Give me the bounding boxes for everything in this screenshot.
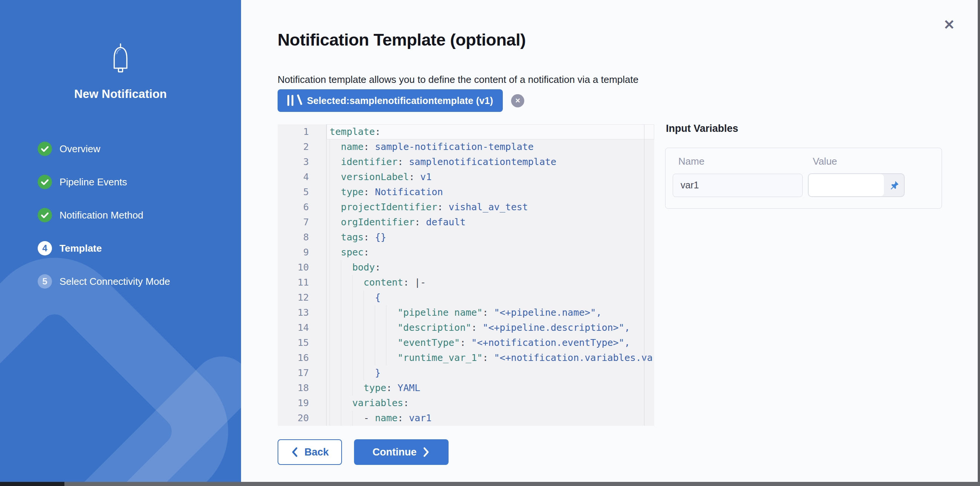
input-variables-card: Name Value	[665, 148, 942, 209]
check-icon	[38, 142, 52, 156]
main-panel: ✕ Notification Template (optional) Notif…	[241, 0, 980, 486]
code-line: 6projectIdentifier: vishal_av_test	[278, 200, 654, 215]
remove-template-button[interactable]: ✕	[511, 94, 524, 107]
pin-icon	[889, 180, 899, 191]
continue-button[interactable]: Continue	[354, 439, 449, 465]
wizard-title: New Notification	[0, 88, 241, 101]
bell-icon	[0, 41, 241, 78]
line-number: 15	[278, 335, 326, 351]
line-number: 5	[278, 185, 326, 200]
column-header-value: Value	[813, 156, 837, 167]
code-line: 1template:	[278, 124, 654, 139]
variable-value-input[interactable]	[809, 174, 884, 196]
code-line: 18type: YAML	[278, 381, 654, 395]
selected-template-row: Selected:samplenotificationtemplate (v1)…	[278, 89, 524, 112]
line-number: 3	[278, 155, 326, 169]
wizard-steps: OverviewPipeline EventsNotification Meth…	[38, 132, 226, 298]
code-line: 4versionLabel: v1	[278, 169, 654, 185]
step-label: Select Connectivity Mode	[59, 276, 170, 287]
code-line: 19variables:	[278, 395, 654, 411]
app-root: New Notification OverviewPipeline Events…	[0, 0, 980, 486]
variable-name-input[interactable]	[673, 174, 803, 197]
code-line: 13"pipeline name": "<+pipeline.name>",	[278, 305, 654, 320]
vertical-scrollbar[interactable]	[978, 0, 980, 486]
check-icon	[38, 175, 52, 189]
code-line: 3identifier: samplenotificationtemplate	[278, 155, 654, 169]
code-line: 16"runtime_var_1": "<+notification.varia…	[278, 351, 654, 365]
code-line: 8tags: {}	[278, 230, 654, 245]
step-number: 5	[38, 274, 52, 288]
page-title: Notification Template (optional)	[278, 30, 526, 50]
sidebar-step-overview[interactable]: Overview	[38, 132, 226, 166]
close-icon: ✕	[515, 97, 520, 105]
code-line: 12{	[278, 290, 654, 305]
line-number: 2	[278, 139, 326, 155]
line-number: 16	[278, 351, 326, 365]
input-variables-title: Input Variables	[666, 123, 738, 134]
footer-actions: Back Continue	[278, 439, 449, 465]
yaml-editor[interactable]: 1template:2name: sample-notification-tem…	[278, 124, 654, 426]
line-number: 18	[278, 381, 326, 395]
chevron-right-icon	[423, 447, 430, 457]
line-number: 13	[278, 305, 326, 320]
code-line: 7orgIdentifier: default	[278, 215, 654, 230]
code-line: 20- name: var1	[278, 411, 654, 426]
back-button-label: Back	[304, 446, 329, 458]
line-number: 4	[278, 169, 326, 185]
line-number: 11	[278, 275, 326, 290]
line-number: 14	[278, 320, 326, 335]
line-number: 1	[278, 124, 326, 139]
line-number: 17	[278, 365, 326, 381]
back-button[interactable]: Back	[278, 439, 342, 465]
code-line: 5type: Notification	[278, 185, 654, 200]
code-line: 14"description": "<+pipeline.description…	[278, 320, 654, 335]
line-number: 10	[278, 260, 326, 275]
line-number: 20	[278, 411, 326, 426]
pin-button[interactable]	[884, 174, 904, 196]
code-lines: 1template:2name: sample-notification-tem…	[278, 124, 654, 426]
continue-button-label: Continue	[372, 446, 417, 458]
chevron-left-icon	[291, 447, 298, 457]
variable-value-group	[808, 173, 905, 197]
selected-template-chip[interactable]: Selected:samplenotificationtemplate (v1)	[278, 89, 503, 112]
horizontal-scrollbar-thumb[interactable]	[0, 482, 64, 486]
sidebar-step-select-connectivity-mode[interactable]: 5Select Connectivity Mode	[38, 265, 226, 298]
line-number: 9	[278, 245, 326, 260]
line-number: 6	[278, 200, 326, 215]
close-button[interactable]: ✕	[940, 16, 958, 34]
code-line: 9spec:	[278, 245, 654, 260]
code-line: 15"eventType": "<+notification.eventType…	[278, 335, 654, 351]
step-label: Pipeline Events	[59, 176, 127, 188]
template-library-icon	[287, 95, 301, 106]
step-label: Notification Method	[59, 209, 143, 221]
step-label: Overview	[59, 143, 100, 155]
step-number: 4	[38, 241, 52, 255]
code-line: 11content: |-	[278, 275, 654, 290]
sidebar-step-pipeline-events[interactable]: Pipeline Events	[38, 166, 226, 199]
wizard-sidebar: New Notification OverviewPipeline Events…	[0, 0, 241, 486]
horizontal-scrollbar[interactable]	[0, 482, 980, 486]
line-number: 12	[278, 290, 326, 305]
variable-rows	[665, 173, 942, 197]
selected-template-label: Selected:samplenotificationtemplate (v1)	[307, 95, 493, 106]
line-number: 19	[278, 395, 326, 411]
column-header-name: Name	[678, 156, 813, 167]
sidebar-step-notification-method[interactable]: Notification Method	[38, 199, 226, 232]
line-number: 7	[278, 215, 326, 230]
line-number: 8	[278, 230, 326, 245]
sidebar-step-template[interactable]: 4Template	[38, 232, 226, 265]
variable-row	[665, 173, 942, 197]
code-line: 10body:	[278, 260, 654, 275]
step-label: Template	[59, 243, 102, 254]
code-line: 17}	[278, 365, 654, 381]
check-icon	[38, 208, 52, 222]
page-description: Notification template allows you to defi…	[278, 74, 638, 86]
code-line: 2name: sample-notification-template	[278, 139, 654, 155]
